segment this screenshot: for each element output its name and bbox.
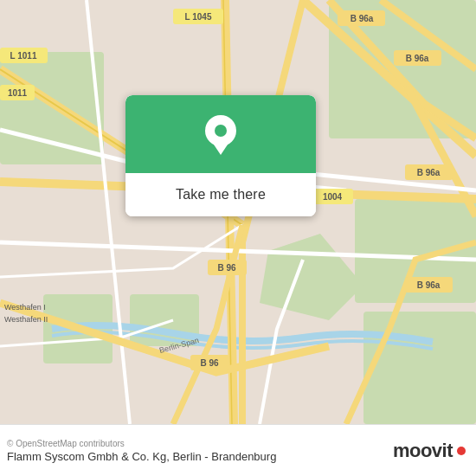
attribution: © OpenStreetMap contributors <box>7 439 276 448</box>
svg-rect-1 <box>0 52 104 164</box>
svg-text:B 96a: B 96a <box>406 54 429 63</box>
svg-text:B 96: B 96 <box>200 358 219 368</box>
take-me-there-button[interactable]: Take me there <box>125 173 316 216</box>
footer-left: © OpenStreetMap contributors Flamm Sysco… <box>7 439 276 463</box>
moovit-dot-icon <box>457 447 466 455</box>
svg-text:B 96: B 96 <box>217 263 236 273</box>
svg-text:1011: 1011 <box>8 88 28 98</box>
location-pin <box>205 115 236 153</box>
map-container: B 96a B 96a B 96a B 96a B 96 B 96 L 1045… <box>0 0 476 424</box>
svg-rect-4 <box>363 312 476 424</box>
svg-text:L 1045: L 1045 <box>185 12 212 22</box>
footer: © OpenStreetMap contributors Flamm Sysco… <box>0 424 476 476</box>
svg-text:1004: 1004 <box>323 192 343 202</box>
place-info: Flamm Syscom Gmbh & Co. Kg, Berlin - Bra… <box>7 450 276 463</box>
card-green-area <box>125 95 316 173</box>
svg-text:L 1011: L 1011 <box>10 51 37 61</box>
svg-text:Westhafen II: Westhafen II <box>4 315 48 324</box>
svg-text:B 96a: B 96a <box>417 168 441 177</box>
pin-icon <box>205 115 236 146</box>
svg-text:Westhafen I: Westhafen I <box>4 303 46 312</box>
svg-text:B 96a: B 96a <box>351 14 374 23</box>
moovit-logo: moovit <box>393 440 466 462</box>
take-me-there-card: Take me there <box>125 95 316 216</box>
moovit-text: moovit <box>393 440 453 462</box>
svg-text:B 96a: B 96a <box>417 280 441 290</box>
